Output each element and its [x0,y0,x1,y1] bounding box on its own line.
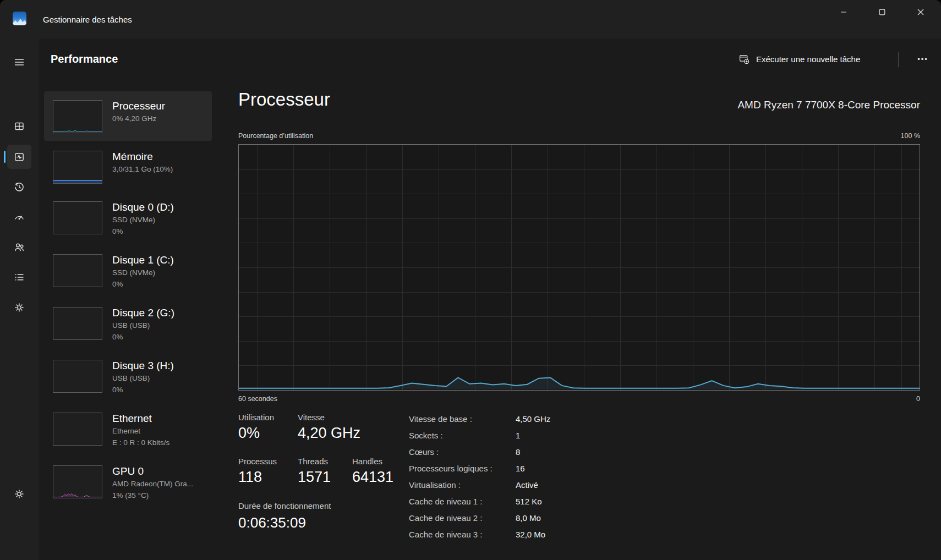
spec-label: Cœurs : [409,447,516,457]
startup-apps-icon [14,211,25,222]
more-options-button[interactable]: ••• [912,50,933,68]
cpu-utilization-chart [238,144,920,391]
spec-row: Sockets :1 [409,427,550,443]
close-button[interactable] [908,0,933,24]
cpu-device-name: AMD Ryzen 7 7700X 8-Core Processor [369,99,920,111]
list-item-title: Disque 3 (H:) [112,359,174,372]
sidebar-item-app-history[interactable] [7,175,31,199]
stat-value-processus: 118 [238,469,262,486]
settings-button[interactable] [7,482,31,506]
memory-mini-chart [53,151,102,184]
spec-label: Cache de niveau 2 : [409,513,516,523]
details-icon [14,272,25,283]
list-item-disk1[interactable]: Disque 1 (C:) SSD (NVMe) 0% [44,245,212,298]
stat-label-processus: Processus [238,457,277,466]
list-item-disk2[interactable]: Disque 2 (G:) USB (USB) 0% [44,298,212,351]
stat-label-handles: Handles [352,457,382,466]
list-item-title: Disque 1 (C:) [112,253,174,267]
chart-y-axis-title: Pourcentage d’utilisation [238,132,313,140]
close-icon [917,9,924,15]
list-item-gpu[interactable]: GPU 0 AMD Radeon(TM) Gra... 1% (35 °C) [44,457,212,509]
list-item-line: 0% [112,384,174,396]
processes-icon [14,120,25,131]
performance-panel: Performance Exécuter une nouvelle tâche … [39,39,941,560]
disk-mini-chart [53,201,102,234]
new-task-icon [739,54,749,64]
spec-value: 8,0 Mo [516,513,541,523]
spec-row: Vitesse de base :4,50 GHz [409,410,550,427]
uptime-value: 0:06:35:09 [238,514,306,531]
disk-mini-chart [53,307,102,340]
sidebar-item-performance[interactable] [7,145,31,169]
window-title: Gestionnaire des tâches [43,15,132,24]
sidebar-item-details[interactable] [7,265,31,289]
uptime-label: Durée de fonctionnement [238,501,331,510]
spec-row: Virtualisation :Activé [409,476,550,493]
performance-icon [14,151,25,162]
sidebar-item-users[interactable] [7,235,31,259]
maximize-button[interactable] [869,0,895,24]
stat-label-vitesse: Vitesse [298,413,325,422]
spec-label: Vitesse de base : [409,414,516,424]
cpu-spec-table: Vitesse de base :4,50 GHz Sockets :1 Cœu… [409,410,550,542]
stat-value-vitesse: 4,20 GHz [298,425,360,442]
list-item-title: Disque 0 (D:) [112,200,174,214]
stat-label-threads: Threads [298,457,328,466]
spec-value: 32,0 Mo [516,530,545,539]
run-new-task-button[interactable]: Exécuter une nouvelle tâche [734,49,866,69]
task-manager-app-icon [13,12,26,25]
spec-value: 512 Ko [516,497,542,506]
list-item-cpu[interactable]: Processeur 0% 4,20 GHz [44,91,212,141]
list-item-line: AMD Radeon(TM) Gra... [112,478,193,490]
chart-x-left-label: 60 secondes [238,395,277,403]
app-history-icon [14,182,25,193]
list-item-ethernet[interactable]: Ethernet Ethernet E : 0 R : 0 Kbits/s [44,404,212,457]
detail-heading: Processeur [238,89,330,110]
menu-button[interactable] [7,50,31,74]
spec-row: Cache de niveau 2 :8,0 Mo [409,509,550,526]
spec-row: Processeurs logiques :16 [409,460,550,476]
users-icon [14,241,25,252]
list-item-line: 1% (35 °C) [112,490,193,501]
spec-value: Activé [516,480,538,490]
list-item-line: Ethernet [112,425,169,437]
minimize-icon [840,9,847,15]
gpu-mini-chart [53,465,102,498]
list-item-memory[interactable]: Mémoire 3,0/31,1 Go (10%) [44,142,212,191]
run-new-task-label: Exécuter une nouvelle tâche [756,54,860,64]
spec-label: Processeurs logiques : [409,464,516,473]
list-item-line: USB (USB) [112,372,174,384]
list-item-line: 0% [112,226,174,237]
spec-row: Cache de niveau 3 :32,0 Mo [409,526,550,542]
sidebar-item-processes[interactable] [7,114,31,138]
spec-value: 4,50 GHz [516,414,550,424]
list-item-line: 3,0/31,1 Go (10%) [112,163,173,175]
spec-value: 16 [516,464,525,473]
header-divider [898,52,899,67]
list-item-line: E : 0 R : 0 Kbits/s [112,437,169,448]
minimize-button[interactable] [831,0,856,24]
stat-value-threads: 1571 [298,469,331,486]
list-item-line: SSD (NVMe) [112,214,174,226]
list-item-disk0[interactable]: Disque 0 (D:) SSD (NVMe) 0% [44,193,212,245]
page-title: Performance [51,53,118,65]
list-item-line: USB (USB) [112,320,174,331]
list-item-disk3[interactable]: Disque 3 (H:) USB (USB) 0% [44,351,212,404]
titlebar[interactable]: Gestionnaire des tâches [0,0,941,39]
nav-rail [0,39,39,560]
list-item-title: Mémoire [112,150,173,163]
services-icon [14,302,25,313]
list-item-line: SSD (NVMe) [112,267,174,278]
sidebar-item-services[interactable] [7,295,31,320]
stat-value-handles: 64131 [352,469,393,486]
spec-label: Virtualisation : [409,480,516,490]
settings-gear-icon [14,488,25,499]
sidebar-item-startup-apps[interactable] [7,205,31,229]
list-item-title: Processeur [112,99,165,113]
disk-mini-chart [53,360,102,393]
spec-row: Cache de niveau 1 :512 Ko [409,493,550,509]
spec-value: 8 [516,447,520,457]
cpu-mini-chart [53,100,102,133]
spec-row: Cœurs :8 [409,443,550,460]
list-item-line: 0% [112,331,174,343]
